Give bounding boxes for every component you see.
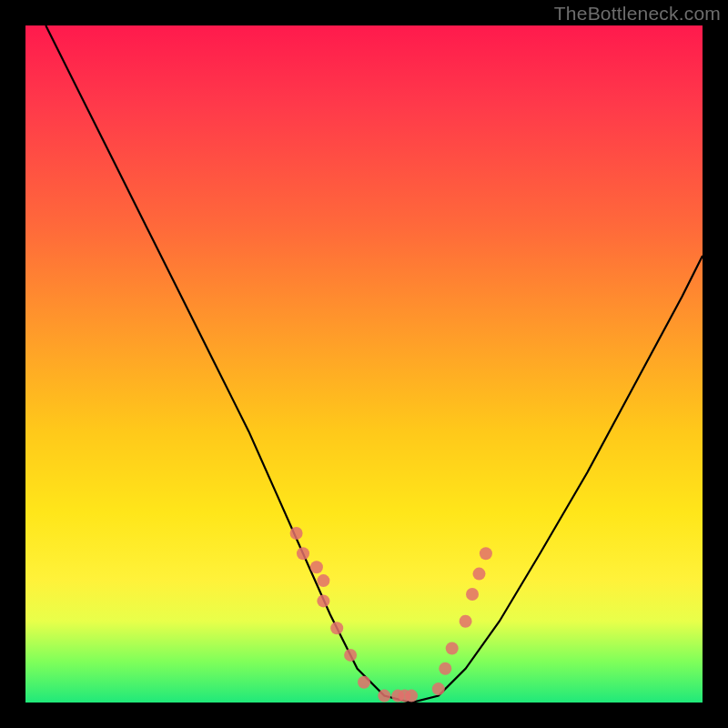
data-dot — [358, 676, 370, 689]
chart-svg — [25, 25, 703, 703]
data-dot — [473, 568, 486, 581]
data-dot — [432, 682, 445, 695]
data-dot — [297, 547, 309, 560]
bottleneck-curve — [46, 25, 703, 703]
data-dot — [405, 690, 418, 703]
left-cluster-dots — [290, 527, 419, 703]
data-dot — [344, 649, 357, 662]
data-dot — [330, 622, 343, 634]
data-dot — [290, 527, 303, 540]
plot-area — [25, 25, 703, 703]
data-dot — [460, 615, 472, 628]
chart-frame: TheBottleneck.com — [0, 0, 728, 728]
data-dot — [317, 574, 329, 587]
data-dot — [317, 594, 329, 607]
data-dot — [480, 547, 492, 560]
data-dot — [378, 690, 390, 703]
watermark-text: TheBottleneck.com — [554, 3, 721, 25]
data-dot — [310, 561, 323, 573]
data-dot — [466, 588, 479, 601]
data-dot — [446, 642, 459, 655]
data-dot — [439, 662, 451, 675]
